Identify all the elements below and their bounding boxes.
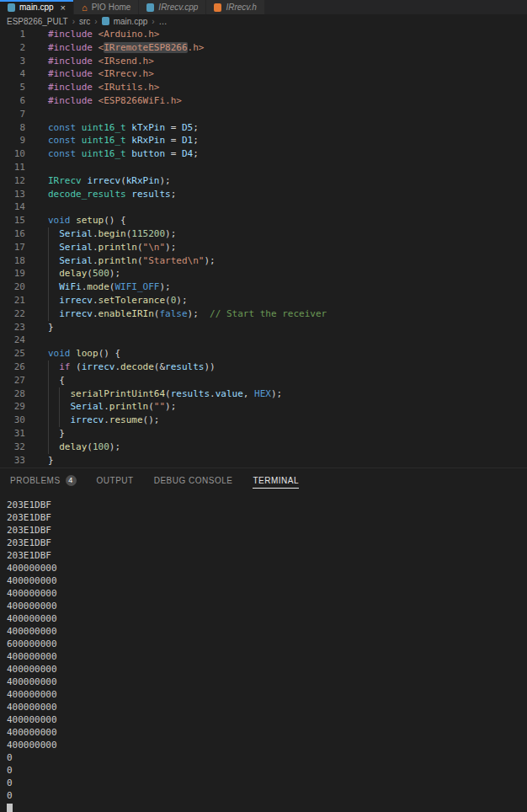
code-lines: 1#include <Arduino.h>2#include <IRremote… bbox=[0, 28, 527, 467]
line-number[interactable]: 33 bbox=[0, 454, 25, 467]
line-number[interactable]: 6 bbox=[0, 94, 25, 108]
code-text: #include <IRrecv.h> bbox=[48, 67, 154, 81]
code-line[interactable]: 4#include <IRrecv.h> bbox=[0, 67, 527, 81]
line-number[interactable]: 27 bbox=[0, 374, 25, 387]
line-number[interactable]: 30 bbox=[0, 414, 25, 427]
line-number[interactable]: 17 bbox=[0, 241, 25, 254]
line-number[interactable]: 4 bbox=[0, 67, 25, 81]
code-line[interactable]: 20 WiFi.mode(WIFI_OFF); bbox=[0, 280, 527, 294]
chevron-right-icon: › bbox=[72, 17, 75, 26]
line-number[interactable]: 25 bbox=[0, 347, 25, 361]
code-text: if (irrecv.decode(&results)) bbox=[48, 361, 216, 374]
code-text: const uint16_t kRxPin = D1; bbox=[48, 134, 199, 147]
line-number[interactable]: 18 bbox=[0, 254, 25, 268]
line-number[interactable]: 22 bbox=[0, 307, 25, 321]
code-line[interactable]: 30 irrecv.resume(); bbox=[0, 414, 527, 427]
code-line[interactable]: 8const uint16_t kTxPin = D5; bbox=[0, 121, 527, 135]
line-number[interactable]: 29 bbox=[0, 400, 25, 414]
code-line[interactable]: 5#include <IRutils.h> bbox=[0, 81, 527, 94]
tab-irrecv-cpp[interactable]: IRrecv.cpp bbox=[139, 0, 206, 14]
terminal[interactable]: 203E1DBF203E1DBF203E1DBF203E1DBF203E1DBF… bbox=[0, 492, 527, 812]
breadcrumb-item-file[interactable]: main.cpp bbox=[114, 17, 148, 26]
code-line[interactable]: 32 delay(100); bbox=[0, 441, 527, 454]
cpp-file-icon bbox=[102, 17, 109, 25]
tab-irrecv-h[interactable]: IRrecv.h bbox=[206, 0, 265, 14]
line-number[interactable]: 12 bbox=[0, 174, 25, 188]
code-line[interactable]: 9const uint16_t kRxPin = D1; bbox=[0, 134, 527, 147]
line-number[interactable]: 20 bbox=[0, 280, 25, 294]
line-number[interactable]: 11 bbox=[0, 161, 25, 174]
code-line[interactable]: 18 Serial.println("Started\n"); bbox=[0, 254, 527, 268]
code-line[interactable]: 13decode_results results; bbox=[0, 188, 527, 201]
line-number[interactable]: 8 bbox=[0, 121, 25, 135]
indent-guide bbox=[48, 267, 59, 280]
line-number[interactable]: 21 bbox=[0, 294, 25, 307]
panel-tab-terminal[interactable]: TERMINAL bbox=[253, 468, 299, 492]
code-line[interactable]: 7 bbox=[0, 108, 527, 121]
panel-tab-debug-console[interactable]: DEBUG CONSOLE bbox=[154, 468, 233, 492]
code-line[interactable]: 10const uint16_t button = D4; bbox=[0, 147, 527, 161]
code-text: #include <IRutils.h> bbox=[48, 81, 159, 94]
code-text: #include <ESP8266WiFi.h> bbox=[48, 94, 182, 108]
panel-tab-output[interactable]: OUTPUT bbox=[97, 468, 134, 492]
terminal-line: 400000000 bbox=[7, 562, 527, 574]
code-line[interactable]: 11 bbox=[0, 161, 527, 174]
code-line[interactable]: 15void setup() { bbox=[0, 214, 527, 227]
code-line[interactable]: 21 irrecv.setTolerance(0); bbox=[0, 294, 527, 307]
line-number[interactable]: 2 bbox=[0, 41, 25, 55]
code-line[interactable]: 29 Serial.println(""); bbox=[0, 400, 527, 414]
tab-main-cpp[interactable]: main.cpp × bbox=[0, 0, 74, 14]
code-line[interactable]: 3#include <IRsend.h> bbox=[0, 55, 527, 68]
indent-guide bbox=[48, 227, 59, 241]
code-line[interactable]: 27 { bbox=[0, 374, 527, 387]
line-number[interactable]: 32 bbox=[0, 441, 25, 454]
code-line[interactable]: 31 } bbox=[0, 427, 527, 441]
code-line[interactable]: 19 delay(500); bbox=[0, 267, 527, 280]
line-number[interactable]: 3 bbox=[0, 55, 25, 68]
line-number[interactable]: 1 bbox=[0, 28, 25, 41]
code-line[interactable]: 12IRrecv irrecv(kRxPin); bbox=[0, 174, 527, 188]
tab-pio-home[interactable]: ⌂ PIO Home bbox=[74, 0, 139, 14]
line-number[interactable]: 28 bbox=[0, 387, 25, 401]
panel-tab-problems[interactable]: PROBLEMS 4 bbox=[10, 468, 77, 492]
terminal-line: 400000000 bbox=[7, 600, 527, 612]
indent-guide bbox=[48, 361, 59, 374]
code-line[interactable]: 26 if (irrecv.decode(&results)) bbox=[0, 361, 527, 374]
code-line[interactable]: 16 Serial.begin(115200); bbox=[0, 227, 527, 241]
line-number[interactable]: 16 bbox=[0, 227, 25, 241]
line-number[interactable]: 24 bbox=[0, 334, 25, 347]
breadcrumb-item-src[interactable]: src bbox=[79, 17, 90, 26]
breadcrumb-item-project[interactable]: ESP8266_PULT bbox=[7, 17, 68, 26]
line-number[interactable]: 5 bbox=[0, 81, 25, 94]
line-number[interactable]: 10 bbox=[0, 147, 25, 161]
code-line[interactable]: 6#include <ESP8266WiFi.h> bbox=[0, 94, 527, 108]
code-line[interactable]: 28 serialPrintUint64(results.value, HEX)… bbox=[0, 387, 527, 401]
line-number[interactable]: 7 bbox=[0, 108, 25, 121]
code-line[interactable]: 25void loop() { bbox=[0, 347, 527, 361]
line-number[interactable]: 14 bbox=[0, 200, 25, 214]
code-line[interactable]: 33} bbox=[0, 454, 527, 467]
code-line[interactable]: 14 bbox=[0, 200, 527, 214]
line-number[interactable]: 26 bbox=[0, 361, 25, 374]
code-line[interactable]: 1#include <Arduino.h> bbox=[0, 28, 527, 41]
line-number[interactable]: 19 bbox=[0, 267, 25, 280]
close-icon[interactable]: × bbox=[61, 3, 66, 12]
code-text: Serial.println("\n"); bbox=[48, 241, 176, 254]
terminal-line: 203E1DBF bbox=[7, 537, 527, 549]
line-number[interactable]: 23 bbox=[0, 321, 25, 334]
line-number[interactable]: 9 bbox=[0, 134, 25, 147]
code-text: delay(500); bbox=[48, 267, 120, 280]
code-line[interactable]: 24 bbox=[0, 334, 527, 347]
code-line[interactable]: 23} bbox=[0, 321, 527, 334]
code-editor[interactable]: 1#include <Arduino.h>2#include <IRremote… bbox=[0, 28, 527, 467]
code-text: const uint16_t button = D4; bbox=[48, 147, 199, 161]
breadcrumb-item-symbol[interactable]: … bbox=[159, 17, 168, 26]
code-line[interactable]: 2#include <IRremoteESP8266.h> bbox=[0, 41, 527, 55]
terminal-cursor bbox=[7, 804, 13, 812]
code-line[interactable]: 22 irrecv.enableIRIn(false); // Start th… bbox=[0, 307, 527, 321]
line-number[interactable]: 31 bbox=[0, 427, 25, 441]
line-number[interactable]: 15 bbox=[0, 214, 25, 227]
line-number[interactable]: 13 bbox=[0, 188, 25, 201]
code-line[interactable]: 17 Serial.println("\n"); bbox=[0, 241, 527, 254]
terminal-line: 0 bbox=[7, 777, 527, 789]
